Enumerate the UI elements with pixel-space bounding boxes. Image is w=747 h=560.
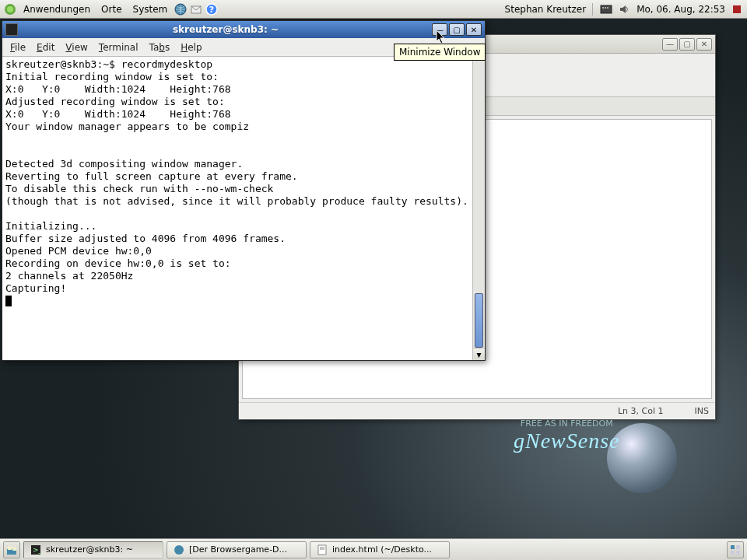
- menu-view[interactable]: View: [61, 40, 92, 54]
- terminal-maximize-button[interactable]: ▢: [449, 23, 465, 36]
- taskbar-terminal-label: skreutzer@sknb3: ~: [46, 544, 133, 555]
- tooltip: Minimize Window: [394, 44, 486, 61]
- distro-name: gNewSense: [514, 429, 620, 453]
- menu-help[interactable]: Help: [176, 40, 206, 54]
- svg-text:?: ?: [209, 5, 214, 15]
- menu-terminal[interactable]: Terminal: [94, 40, 143, 54]
- svg-rect-23: [736, 551, 740, 555]
- record-indicator-icon[interactable]: [730, 2, 744, 16]
- top-panel: Anwendungen Orte System ? Stephan Kreutz…: [0, 0, 747, 19]
- gedit-line-col: Ln 3, Col 1: [618, 406, 664, 416]
- svg-rect-20: [731, 545, 735, 549]
- user-name[interactable]: Stephan Kreutzer: [505, 4, 587, 15]
- terminal-scrollbar[interactable]: ▾: [472, 57, 485, 360]
- taskbar-browser[interactable]: [Der Browsergame-D...: [167, 541, 307, 558]
- svg-rect-7: [602, 7, 604, 9]
- scrollbar-thumb[interactable]: [475, 293, 483, 348]
- mail-icon[interactable]: [189, 2, 203, 16]
- terminal-window: skreutzer@sknb3: ~ — ▢ ✕ File Edit View …: [2, 20, 486, 361]
- menu-edit[interactable]: Edit: [32, 40, 59, 54]
- terminal-body[interactable]: skreutzer@sknb3:~$ recordmydesktop Initi…: [2, 57, 485, 360]
- taskbar-browser-label: [Der Browsergame-D...: [189, 544, 287, 555]
- svg-rect-17: [318, 545, 326, 555]
- gedit-ins-mode[interactable]: INS: [695, 406, 709, 416]
- desktop-branding: FREE AS IN FREEDOM gNewSense: [514, 418, 620, 453]
- taskbar-gedit[interactable]: index.html (~/Deskto...: [310, 541, 450, 558]
- svg-point-16: [174, 545, 184, 555]
- taskbar-gedit-label: index.html (~/Deskto...: [332, 544, 432, 555]
- menu-system[interactable]: System: [128, 2, 173, 16]
- workspace-switcher[interactable]: [727, 541, 744, 558]
- menu-file[interactable]: File: [5, 40, 30, 54]
- keyboard-icon[interactable]: [599, 2, 613, 16]
- gedit-statusbar: Ln 3, Col 1 INS: [239, 402, 715, 419]
- svg-rect-6: [601, 5, 612, 13]
- panel-left: Anwendungen Orte System ?: [3, 2, 219, 16]
- clock[interactable]: Mo, 06. Aug, 22:53: [637, 4, 725, 15]
- gedit-maximize-button[interactable]: ▢: [679, 38, 695, 51]
- separator: [592, 3, 593, 16]
- terminal-command: recordmydesktop: [121, 58, 212, 70]
- browser-icon[interactable]: [174, 2, 188, 16]
- svg-rect-13: [12, 547, 16, 551]
- svg-point-1: [7, 6, 13, 12]
- terminal-titlebar[interactable]: skreutzer@sknb3: ~ — ▢ ✕: [2, 21, 485, 38]
- tagline: FREE AS IN FREEDOM: [514, 418, 620, 429]
- menu-apps[interactable]: Anwendungen: [19, 2, 95, 16]
- menu-places[interactable]: Orte: [96, 2, 126, 16]
- svg-rect-8: [605, 7, 606, 9]
- help-icon[interactable]: ?: [205, 2, 219, 16]
- mouse-cursor: [436, 30, 447, 45]
- taskbar-terminal[interactable]: >_ skreutzer@sknb3: ~: [23, 541, 163, 558]
- terminal-task-icon: >_: [30, 544, 41, 555]
- gedit-task-icon: [317, 544, 328, 555]
- terminal-output: Initial recording window is set to: X:0 …: [5, 71, 468, 294]
- svg-rect-12: [8, 546, 12, 550]
- terminal-title: skreutzer@sknb3: ~: [21, 24, 430, 35]
- svg-rect-22: [731, 551, 735, 555]
- terminal-cursor: [5, 296, 12, 306]
- show-desktop-button[interactable]: [3, 541, 20, 558]
- gedit-minimize-button[interactable]: —: [662, 38, 678, 51]
- terminal-prompt: skreutzer@sknb3:~$: [5, 58, 121, 70]
- browser-task-icon: [174, 544, 184, 555]
- scroll-down-button[interactable]: ▾: [473, 348, 485, 360]
- svg-rect-21: [736, 545, 740, 549]
- bottom-panel: >_ skreutzer@sknb3: ~ [Der Browsergame-D…: [0, 538, 747, 560]
- gedit-close-button[interactable]: ✕: [696, 38, 712, 51]
- svg-text:>_: >_: [33, 546, 41, 554]
- terminal-text: skreutzer@sknb3:~$ recordmydesktop Initi…: [2, 57, 485, 309]
- panel-right: Stephan Kreutzer Mo, 06. Aug, 22:53: [505, 2, 744, 16]
- terminal-close-button[interactable]: ✕: [466, 23, 482, 36]
- svg-rect-9: [607, 7, 608, 9]
- terminal-icon: [5, 23, 18, 36]
- menu-icon[interactable]: [3, 2, 17, 16]
- svg-rect-10: [733, 5, 741, 13]
- menu-tabs[interactable]: Tabs: [145, 40, 175, 54]
- volume-icon[interactable]: [618, 2, 632, 16]
